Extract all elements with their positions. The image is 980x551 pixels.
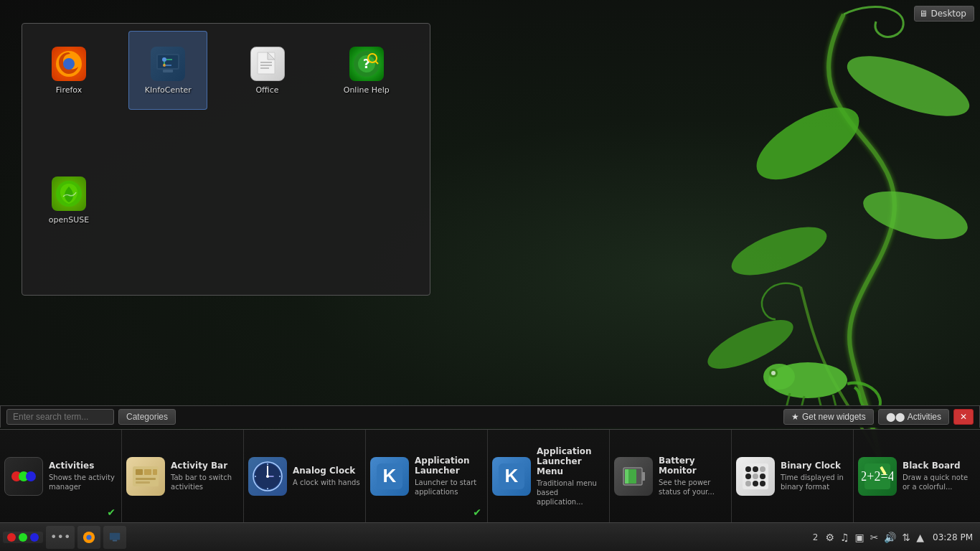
svg-rect-75 bbox=[110, 532, 120, 540]
desktop-button[interactable]: 🖥 Desktop bbox=[914, 6, 975, 22]
svg-text:2+2=4: 2+2=4 bbox=[862, 469, 893, 484]
svg-rect-76 bbox=[113, 540, 117, 541]
app-launcher-widget-title: Application Launcher bbox=[415, 456, 483, 476]
firefox-label: Firefox bbox=[56, 85, 82, 95]
svg-point-67 bbox=[745, 481, 751, 486]
firefox-app-icon[interactable]: Firefox bbox=[29, 31, 108, 110]
app-launcher-widget-icon: K bbox=[370, 457, 409, 496]
widget-item-app-launcher[interactable]: K Application Launcher Launcher to start… bbox=[366, 430, 488, 522]
opensuse-label: openSUSE bbox=[49, 215, 89, 225]
get-new-widgets-button[interactable]: ★ Get new widgets bbox=[783, 409, 874, 425]
desktop-label: Desktop bbox=[931, 9, 967, 19]
widget-search-input[interactable] bbox=[6, 409, 114, 425]
tray-badge: 2 bbox=[810, 531, 821, 544]
widget-item-battery-monitor[interactable]: Battery Monitor See the power status of … bbox=[610, 430, 732, 522]
black-board-widget-title: Black Board bbox=[903, 461, 971, 471]
kinfocenter-label: KInfoCenter bbox=[145, 85, 192, 95]
svg-rect-57 bbox=[642, 472, 645, 481]
binary-clock-widget-title: Binary Clock bbox=[781, 461, 849, 471]
pager-icon: ••• bbox=[50, 530, 70, 544]
activity-dot-blue bbox=[30, 533, 39, 542]
battery-monitor-widget-icon bbox=[614, 457, 653, 496]
opensuse-app-icon[interactable]: openSUSE bbox=[29, 161, 108, 240]
svg-point-8 bbox=[771, 371, 776, 375]
taskbar-pager[interactable]: ••• bbox=[46, 526, 75, 549]
svg-point-66 bbox=[760, 474, 765, 479]
tray-audio-icon[interactable]: ♫ bbox=[839, 530, 851, 545]
activities-bar-button[interactable]: ⬤⬤ Activities bbox=[878, 409, 949, 425]
activities-icon: ⬤⬤ bbox=[886, 412, 905, 422]
svg-point-17 bbox=[162, 57, 166, 62]
tray-arrow-icon[interactable]: ▲ bbox=[915, 530, 925, 545]
widget-item-black-board[interactable]: 2+2=4 Black Board Draw a quick note or a… bbox=[854, 430, 976, 522]
close-widget-bar-button[interactable]: ✕ bbox=[953, 409, 974, 425]
firefox-icon bbox=[52, 47, 86, 81]
tray-network-icon[interactable]: ⇅ bbox=[900, 530, 912, 545]
svg-rect-39 bbox=[144, 469, 151, 475]
battery-monitor-widget-desc: See the power status of your... bbox=[659, 478, 727, 496]
svg-text:K: K bbox=[383, 465, 397, 486]
binary-clock-widget-icon bbox=[736, 457, 775, 496]
svg-point-2 bbox=[726, 217, 833, 286]
svg-rect-41 bbox=[136, 478, 156, 480]
svg-rect-42 bbox=[136, 481, 150, 484]
taskbar: ••• 2 ⚙ ♫ ▣ ✂ bbox=[0, 522, 980, 551]
svg-point-68 bbox=[753, 481, 758, 486]
activities-widget-icon bbox=[4, 457, 43, 496]
svg-rect-23 bbox=[258, 52, 275, 74]
analog-clock-widget-title: Analog Clock bbox=[293, 466, 361, 476]
app-launcher-menu-widget-title: Application Launcher Menu bbox=[537, 446, 605, 476]
tray-cut-icon[interactable]: ✂ bbox=[869, 530, 880, 545]
activity-bar-widget-title: Activity Bar bbox=[171, 461, 239, 471]
svg-point-3 bbox=[858, 182, 972, 249]
svg-point-65 bbox=[753, 474, 758, 479]
kinfocenter-app-icon[interactable]: KInfoCenter bbox=[128, 31, 207, 110]
plant-decoration bbox=[607, 0, 980, 466]
taskbar-activities[interactable] bbox=[3, 532, 43, 543]
svg-rect-59 bbox=[625, 469, 628, 484]
svg-point-69 bbox=[760, 481, 765, 486]
star-icon: ★ bbox=[791, 412, 799, 422]
analog-clock-widget-desc: A clock with hands bbox=[293, 478, 361, 487]
taskbar-app-firefox[interactable] bbox=[77, 526, 100, 549]
online-help-app-icon[interactable]: ? Online Help bbox=[327, 31, 406, 110]
svg-point-64 bbox=[745, 474, 751, 479]
folder-window: Firefox KInfoCenter bbox=[22, 23, 430, 296]
clock: 03:28 PM bbox=[928, 531, 977, 544]
tray-volume-icon[interactable]: 🔊 bbox=[882, 530, 897, 545]
svg-point-47 bbox=[266, 475, 269, 478]
svg-rect-40 bbox=[153, 469, 157, 475]
office-app-icon[interactable]: Office bbox=[228, 31, 307, 110]
office-label: Office bbox=[255, 85, 278, 95]
widget-item-activities[interactable]: Activities Shows the activity manager ✔ bbox=[0, 430, 122, 522]
tray-settings-icon[interactable]: ⚙ bbox=[824, 530, 836, 545]
binary-clock-widget-desc: Time displayed in binary format bbox=[781, 473, 849, 491]
desktop-icon: 🖥 bbox=[919, 9, 928, 19]
analog-clock-widget-icon bbox=[248, 457, 287, 496]
kinfocenter-taskbar-icon bbox=[108, 530, 122, 545]
activities-widget-desc: Shows the activity manager bbox=[49, 473, 117, 491]
widget-bar: Categories ★ Get new widgets ⬤⬤ Activiti… bbox=[0, 429, 980, 522]
categories-button[interactable]: Categories bbox=[118, 409, 176, 425]
app-launcher-menu-widget-desc: Traditional menu based application... bbox=[537, 479, 605, 507]
widget-item-binary-clock[interactable]: Binary Clock Time displayed in binary fo… bbox=[732, 430, 854, 522]
online-help-label: Online Help bbox=[344, 85, 390, 95]
app-launcher-widget-check: ✔ bbox=[473, 507, 481, 518]
office-icon bbox=[250, 47, 285, 81]
svg-rect-38 bbox=[136, 469, 143, 475]
battery-monitor-widget-title: Battery Monitor bbox=[659, 456, 727, 476]
svg-point-36 bbox=[26, 471, 36, 481]
black-board-widget-desc: Draw a quick note or a colorful... bbox=[903, 473, 971, 491]
app-launcher-widget-desc: Launcher to start applications bbox=[415, 478, 483, 496]
svg-point-61 bbox=[745, 466, 751, 472]
taskbar-app-kinfocenter[interactable] bbox=[103, 526, 126, 549]
widget-item-activity-bar[interactable]: Activity Bar Tab bar to switch activitie… bbox=[122, 430, 244, 522]
tray-monitor-icon[interactable]: ▣ bbox=[854, 530, 866, 545]
desktop: 🖥 Desktop Firefox bbox=[0, 0, 980, 551]
widget-bar-header: Categories ★ Get new widgets ⬤⬤ Activiti… bbox=[0, 405, 980, 428]
kinfocenter-icon bbox=[151, 47, 185, 81]
svg-text:K: K bbox=[505, 465, 519, 486]
widget-item-analog-clock[interactable]: Analog Clock A clock with hands bbox=[244, 430, 366, 522]
activities-widget-title: Activities bbox=[49, 461, 117, 471]
widget-item-app-launcher-menu[interactable]: K Application Launcher Menu Traditional … bbox=[488, 430, 610, 522]
